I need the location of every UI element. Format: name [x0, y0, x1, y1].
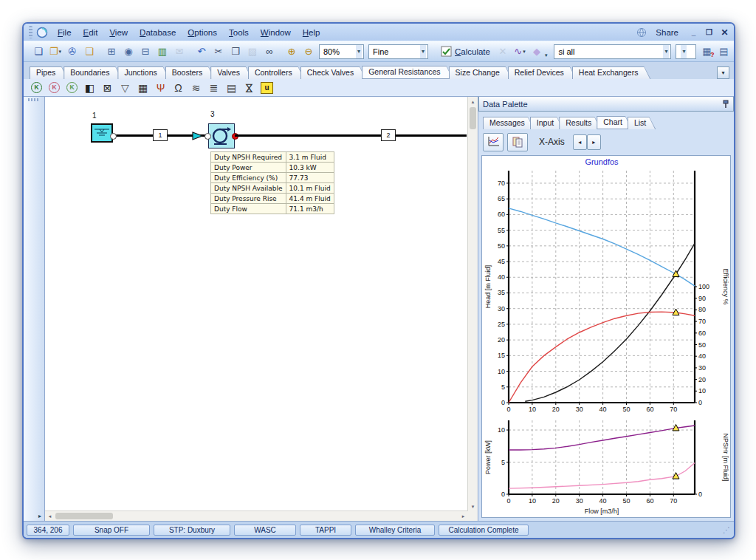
workspace-layout-button[interactable]: ⊞ [103, 44, 120, 60]
tab-boundaries[interactable]: Boundaries [63, 66, 122, 79]
palette-tab-results[interactable]: Results [559, 117, 601, 129]
palette-tab-input[interactable]: Input [530, 117, 563, 129]
user-resistance-junction[interactable]: u [258, 80, 275, 95]
zoom-level-combo[interactable]: 80%▾ [319, 44, 364, 59]
canvas-horizontal-scrollbar[interactable]: ◂ ▸ [45, 511, 468, 521]
script-button[interactable]: ∿▾ [512, 44, 528, 60]
canvas-vertical-scrollbar[interactable]: ▴ ▾ [467, 97, 478, 511]
tee-junction[interactable]: Ψ [152, 80, 169, 95]
pump-junction[interactable] [208, 123, 235, 148]
open-file-button[interactable]: ❐▾ [47, 44, 63, 60]
venturi-junction[interactable]: ▽ [117, 80, 134, 95]
chart-options-button[interactable] [483, 133, 504, 151]
new-document-button[interactable]: ❏ [30, 44, 47, 60]
spring-junction[interactable]: ≋ [188, 80, 205, 95]
tab-size-change[interactable]: Size Change [449, 66, 512, 79]
eraser-button[interactable]: ◆ [529, 44, 545, 60]
chevron-down-icon[interactable]: ▾ [420, 45, 426, 58]
zoom-out-button[interactable]: ⊖ [300, 44, 317, 60]
find-button[interactable]: ∞ [261, 44, 278, 60]
toolbar-expand-button[interactable]: ▸ [38, 513, 41, 519]
pipe-2[interactable] [235, 134, 467, 137]
print-preview-button[interactable]: ◉ [120, 44, 137, 60]
toolbar-overflow-button[interactable]: ▾ [545, 44, 548, 60]
restore-button[interactable]: ❐ [703, 27, 715, 38]
palette-tab-list[interactable]: List [628, 117, 656, 129]
share-menu[interactable]: Share [650, 27, 684, 38]
workspace-tabstrip: PipesBoundariesJunctionsBoostersValvesCo… [24, 62, 734, 79]
menu-edit[interactable]: Edit [78, 27, 104, 38]
pipe-2-label[interactable]: 2 [381, 129, 396, 141]
calculate-check-icon [441, 46, 452, 57]
menu-tools[interactable]: Tools [223, 27, 255, 38]
cut-button[interactable]: ✂ [210, 44, 227, 60]
close-button[interactable]: ✕ [718, 27, 731, 38]
x-axis-next-button[interactable]: ▸ [587, 134, 601, 150]
pipe-1-label[interactable]: 1 [153, 129, 168, 141]
svg-text:30: 30 [576, 497, 583, 505]
scrollbar-thumb[interactable] [470, 107, 476, 129]
tab-check-valves[interactable]: Check Valves [300, 66, 366, 79]
tab-controllers[interactable]: Controllers [248, 66, 305, 79]
tab-heat-exchangers[interactable]: Heat Exchangers [572, 66, 651, 79]
menu-window[interactable]: Window [255, 27, 297, 38]
kp-resistance-junction[interactable]: K [46, 80, 63, 95]
chevron-down-icon[interactable]: ▾ [663, 45, 669, 58]
hourglass-junction[interactable]: ⋈ [241, 80, 258, 95]
toolbar-grip[interactable] [28, 98, 41, 101]
orifice-junction[interactable]: ⊠ [99, 80, 116, 95]
scroll-up-arrow[interactable]: ▴ [468, 97, 478, 106]
app-window: FileEditViewDatabaseOptionsToolsWindowHe… [22, 22, 735, 539]
menu-database[interactable]: Database [134, 27, 182, 38]
copy-chart-button[interactable] [507, 133, 528, 151]
menu-options[interactable]: Options [182, 27, 223, 38]
scroll-left-arrow[interactable]: ◂ [45, 511, 55, 521]
secondary-combo[interactable]: ▾ [676, 44, 696, 59]
heat-exchanger-junction[interactable]: ≣ [205, 80, 222, 95]
x-axis-prev-button[interactable]: ◂ [573, 134, 587, 150]
screen-junction[interactable]: ▦ [134, 80, 151, 95]
copy-button[interactable]: ❒ [227, 44, 244, 60]
heat-exchanger-2-junction[interactable]: ▤ [223, 80, 240, 95]
tab-junctions[interactable]: Junctions [117, 66, 169, 79]
tab-pipes[interactable]: Pipes [30, 66, 68, 79]
tab-boosters[interactable]: Boosters [165, 66, 215, 79]
tab-general-resistances[interactable]: General Resistances [362, 66, 453, 79]
print-button[interactable]: ⊟ [137, 44, 154, 60]
scroll-right-arrow[interactable]: ▸ [458, 511, 468, 521]
undo-button[interactable]: ↶ [193, 44, 210, 60]
detail-combo[interactable]: Fine▾ [368, 44, 428, 59]
status-segment: STP: Duxbury [154, 525, 230, 536]
menu-help[interactable]: Help [297, 27, 326, 38]
palette-tab-messages[interactable]: Messages [483, 117, 535, 129]
junction-info-button[interactable]: ▦? [698, 44, 715, 60]
palette-tab-chart[interactable]: Chart [597, 116, 632, 129]
reservoir-junction[interactable] [91, 123, 113, 143]
zoom-in-button[interactable]: ⊕ [284, 44, 300, 60]
calculate-button[interactable]: Calculate [436, 44, 495, 59]
model-canvas[interactable]: 1 1 3 2 Duty NPSH Required3.1 m FluidDut… [45, 97, 478, 521]
scroll-down-arrow[interactable]: ▾ [468, 502, 478, 511]
toolbar-grip[interactable] [29, 26, 32, 38]
k-factor-junction[interactable]: K [28, 80, 45, 95]
tab-valves[interactable]: Valves [210, 66, 252, 79]
kv-resistance-junction[interactable]: K [63, 80, 80, 95]
pin-icon[interactable] [722, 100, 729, 109]
resize-grip[interactable]: ⋰ [723, 526, 730, 534]
export-image-button[interactable]: ▥ [154, 44, 171, 60]
scrollbar-thumb[interactable] [55, 513, 113, 519]
tab-relief-devices[interactable]: Relief Devices [508, 66, 577, 79]
menu-view[interactable]: View [103, 27, 134, 38]
svg-text:0: 0 [501, 399, 505, 406]
area-change-junction[interactable]: ◧ [81, 80, 98, 95]
search-combo[interactable]: si all▾ [554, 44, 671, 59]
chevron-down-icon[interactable]: ▾ [356, 45, 362, 58]
menu-file[interactable]: File [52, 27, 78, 38]
open-folder-button[interactable]: ❑ [81, 44, 97, 60]
minimize-button[interactable]: _ [687, 27, 700, 38]
general-resistance-junction[interactable]: Ω [170, 80, 187, 95]
goto-button[interactable]: ↷ [732, 44, 735, 60]
tab-overflow-button[interactable]: ▾ [717, 66, 729, 79]
save-button[interactable]: ✇ [64, 44, 80, 60]
model-data-button[interactable]: ▤ [715, 44, 732, 60]
